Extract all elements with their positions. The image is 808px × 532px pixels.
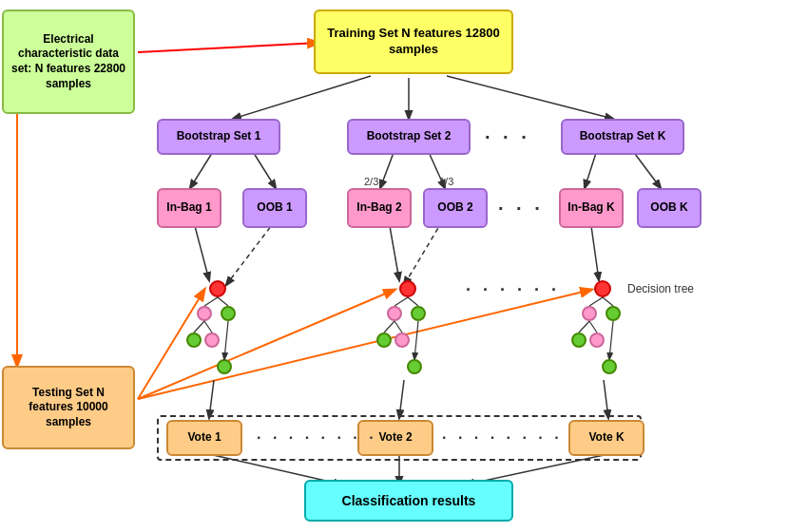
testing-set-box: Testing Set N features 10000 samples xyxy=(2,366,135,449)
svg-line-12 xyxy=(591,226,599,280)
svg-line-29 xyxy=(224,321,228,359)
svg-line-0 xyxy=(138,43,318,52)
oob-k-box: OOB K xyxy=(637,188,702,228)
decision-tree-label: Decision tree xyxy=(627,282,694,295)
svg-line-9 xyxy=(632,150,661,188)
dots-vote1: · · · · · · · · xyxy=(257,429,377,446)
svg-line-16 xyxy=(138,290,394,399)
dots-dt: · · · · · · xyxy=(466,280,560,300)
bootstrap-set-k-box: Bootstrap Set K xyxy=(561,119,684,155)
vote-k-box: Vote K xyxy=(568,420,644,456)
dt1-child-right xyxy=(221,306,236,321)
dots-bootstrap: · · · xyxy=(485,126,530,148)
classification-results-box: Classification results xyxy=(304,480,513,522)
vote-1-box: Vote 1 xyxy=(166,420,242,456)
svg-line-11 xyxy=(390,226,399,280)
fraction-2-3-label: 2/3 xyxy=(364,176,378,187)
bootstrap-set-2-box: Bootstrap Set 2 xyxy=(347,119,471,155)
dt1-leaf-lr xyxy=(204,332,220,348)
dtk-child-left xyxy=(582,306,597,321)
oob-2-box: OOB 2 xyxy=(423,188,488,228)
svg-line-34 xyxy=(414,321,418,359)
dt1-leaf-ll xyxy=(186,332,202,348)
svg-line-38 xyxy=(589,321,597,332)
svg-line-33 xyxy=(394,321,402,332)
svg-line-25 xyxy=(204,297,218,306)
testing-set-label: Testing Set N features 10000 samples xyxy=(10,386,127,430)
svg-line-28 xyxy=(204,321,212,332)
svg-line-4 xyxy=(190,150,214,188)
dt2-child-left xyxy=(387,306,402,321)
dt2-root xyxy=(399,280,416,297)
dots-vote2: · · · · · · · · xyxy=(442,429,563,446)
dtk-leaf-ll xyxy=(571,332,587,348)
svg-line-32 xyxy=(384,321,394,332)
svg-line-36 xyxy=(603,297,613,306)
dt1-root xyxy=(209,280,226,297)
inbag-2-box: In-Bag 2 xyxy=(347,188,412,228)
oob-1-box: OOB 1 xyxy=(242,188,307,228)
dtk-root xyxy=(594,280,611,297)
dtk-leaf-r xyxy=(602,359,617,374)
svg-line-30 xyxy=(394,297,408,306)
svg-line-31 xyxy=(408,297,418,306)
svg-line-37 xyxy=(579,321,589,332)
inbag-k-box: In-Bag K xyxy=(559,188,624,228)
svg-line-3 xyxy=(447,76,613,119)
svg-line-1 xyxy=(233,76,371,119)
dt2-leaf-lr xyxy=(394,332,410,348)
svg-line-6 xyxy=(380,150,394,188)
dots-oob: · · · xyxy=(498,198,544,219)
svg-line-5 xyxy=(252,150,276,188)
svg-line-39 xyxy=(609,321,613,359)
diagram: Electrical characteristic data set: N fe… xyxy=(0,0,808,532)
svg-line-10 xyxy=(195,226,209,280)
dt1-leaf-r xyxy=(217,359,232,374)
svg-line-26 xyxy=(218,297,228,306)
dtk-child-right xyxy=(606,306,621,321)
svg-line-8 xyxy=(585,150,597,188)
bootstrap-set-1-box: Bootstrap Set 1 xyxy=(157,119,280,155)
svg-line-20 xyxy=(604,380,608,418)
dtk-leaf-lr xyxy=(589,332,605,348)
dt2-leaf-r xyxy=(407,359,422,374)
fraction-1-3-label: 1/3 xyxy=(439,176,453,187)
dt1-child-left xyxy=(197,306,212,321)
svg-line-18 xyxy=(209,380,214,418)
svg-line-35 xyxy=(589,297,603,306)
dt2-leaf-ll xyxy=(376,332,392,348)
training-set-box: Training Set N features 12800 samples xyxy=(314,10,513,74)
training-set-label: Training Set N features 12800 samples xyxy=(321,26,506,58)
dt2-child-right xyxy=(411,306,426,321)
electrical-dataset-box: Electrical characteristic data set: N fe… xyxy=(2,10,135,114)
svg-line-19 xyxy=(399,380,404,418)
inbag-1-box: In-Bag 1 xyxy=(157,188,221,228)
svg-line-27 xyxy=(194,321,204,332)
